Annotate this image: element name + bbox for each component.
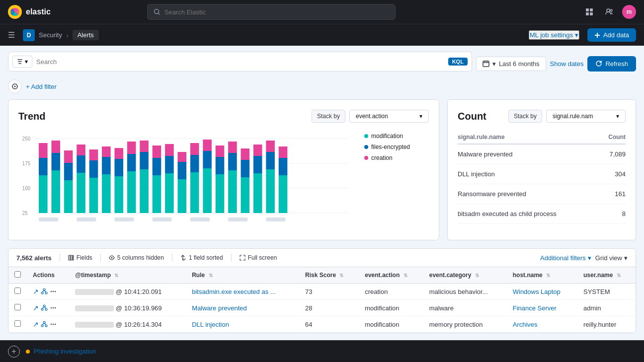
table-row: ↗ ██████████ <box>8 300 636 316</box>
count-stack-by-select[interactable]: signal.rule.nam ▾ <box>546 110 626 123</box>
svg-rect-51 <box>127 171 136 213</box>
host-name-link[interactable]: Archives <box>513 321 538 328</box>
search-filter-input[interactable] <box>36 58 444 66</box>
breadcrumb-alerts[interactable]: Alerts <box>73 30 99 40</box>
table-header-hostname[interactable]: host.name ⇅ <box>507 267 577 284</box>
table-header-rule[interactable]: Rule ⇅ <box>186 267 299 284</box>
svg-rect-54 <box>140 169 149 213</box>
expand-icon[interactable]: ↗ <box>33 304 39 312</box>
fields-button[interactable]: Fields <box>68 254 92 261</box>
svg-rect-16 <box>18 63 21 64</box>
global-search-bar[interactable] <box>147 4 396 20</box>
svg-rect-41 <box>77 145 85 155</box>
toolbar-sep-3 <box>172 254 172 262</box>
filter-type-button[interactable]: ▾ <box>12 56 32 68</box>
hamburger-menu[interactable]: ☰ <box>8 30 15 40</box>
svg-rect-70 <box>203 151 212 168</box>
network-icon[interactable] <box>41 288 48 295</box>
ml-job-settings-button[interactable]: ML job settings ▾ <box>529 30 579 40</box>
svg-rect-72 <box>216 174 225 213</box>
date-range-label: Last 6 months <box>499 60 540 68</box>
timestamp-blur: ██████████ <box>75 322 114 328</box>
timestamp-time: @ 10:41:20.091 <box>116 288 162 295</box>
global-search-input[interactable] <box>164 8 389 16</box>
case-link[interactable]: Phishing investigation <box>34 348 96 355</box>
filter-settings-button[interactable] <box>8 79 22 93</box>
svg-rect-35 <box>51 141 60 153</box>
row-event-category: malicious behavior... <box>423 284 507 300</box>
svg-point-108 <box>55 291 56 292</box>
date-range-button[interactable]: ▾ Last 6 months <box>476 57 546 71</box>
svg-rect-78 <box>241 177 250 213</box>
svg-point-111 <box>45 308 47 310</box>
svg-rect-50 <box>114 148 123 159</box>
show-dates-button[interactable]: Show dates <box>550 60 584 68</box>
trend-panel: Trend Stack by event.action ▾ 250 175 10… <box>8 99 439 240</box>
svg-rect-90 <box>39 217 58 221</box>
network-icon[interactable] <box>41 321 48 328</box>
grid-icon-btn[interactable] <box>582 5 596 19</box>
network-icon[interactable] <box>41 304 48 311</box>
row-event-category: malware <box>423 300 507 316</box>
row-timestamp: ██████████ @ 10:41:20.091 <box>69 284 186 300</box>
svg-line-120 <box>42 323 44 325</box>
add-filter-button[interactable]: + Add filter <box>26 83 57 90</box>
breadcrumb-security[interactable]: Security <box>39 31 62 39</box>
row-risk-score: 28 <box>299 300 359 316</box>
more-icon[interactable] <box>50 288 57 295</box>
svg-rect-32 <box>39 143 48 158</box>
row-checkbox[interactable] <box>14 320 21 327</box>
elastic-logo[interactable]: elastic <box>8 5 51 19</box>
refresh-button[interactable]: Refresh <box>587 56 636 72</box>
table-header-eventcategory[interactable]: event.category ⇅ <box>423 267 507 284</box>
svg-rect-33 <box>51 170 60 213</box>
svg-rect-37 <box>64 163 73 180</box>
rule-link[interactable]: bitsadmin.exe executed as ... <box>192 288 275 295</box>
table-header-checkbox <box>8 267 27 284</box>
svg-rect-94 <box>190 217 210 221</box>
sort-icon: ⇅ <box>114 273 118 278</box>
table-header-username[interactable]: user.name ⇅ <box>577 267 636 284</box>
columns-hidden-button[interactable]: 5 columns hidden <box>109 254 164 261</box>
avatar[interactable]: m <box>622 5 636 19</box>
expand-icon[interactable]: ↗ <box>33 320 39 328</box>
nav-icons-group: m <box>582 5 636 19</box>
row-checkbox[interactable] <box>14 288 21 294</box>
timestamp-time: @ 10:26:14.304 <box>116 321 162 328</box>
count-col-name: signal.rule.name <box>458 131 601 144</box>
row-user-name: reilly.hunter <box>577 316 636 333</box>
more-icon[interactable] <box>50 304 57 311</box>
svg-line-105 <box>44 290 46 292</box>
grid-view-button[interactable]: Grid view ▾ <box>595 254 628 262</box>
svg-rect-73 <box>216 157 225 174</box>
trend-stack-by-control: Stack by event.action ▾ <box>312 110 429 123</box>
svg-rect-52 <box>127 154 136 171</box>
row-risk-score: 73 <box>299 284 359 300</box>
more-icon[interactable] <box>50 321 57 328</box>
row-checkbox[interactable] <box>14 304 21 310</box>
add-data-button[interactable]: Add data <box>587 28 636 42</box>
svg-rect-49 <box>114 159 123 176</box>
svg-point-123 <box>53 324 54 325</box>
table-header-risk-score[interactable]: Risk Score ⇅ <box>299 267 359 284</box>
table-header-timestamp[interactable]: @timestamp ⇅ <box>69 267 186 284</box>
svg-rect-43 <box>89 160 98 178</box>
host-name-link[interactable]: Windows Laptop <box>513 288 561 295</box>
svg-line-121 <box>44 323 46 325</box>
host-name-link[interactable]: Finance Server <box>513 304 557 312</box>
rule-link[interactable]: DLL injection <box>192 321 229 328</box>
trend-stack-by-select[interactable]: event.action ▾ <box>349 110 429 123</box>
full-screen-button[interactable]: Full screen <box>240 254 277 261</box>
svg-rect-74 <box>216 145 225 157</box>
svg-rect-83 <box>253 145 262 156</box>
add-case-button[interactable]: + <box>8 346 20 358</box>
field-sorted-button[interactable]: 1 field sorted <box>180 254 223 261</box>
row-actions-cell: ↗ <box>27 300 69 316</box>
select-all-checkbox[interactable] <box>14 271 21 278</box>
people-icon-btn[interactable] <box>602 5 616 19</box>
table-header-eventaction[interactable]: event.action ⇅ <box>359 267 423 284</box>
additional-filters-button[interactable]: Additional filters ▾ <box>540 254 591 262</box>
rule-link[interactable]: Malware prevented <box>192 304 247 312</box>
expand-icon[interactable]: ↗ <box>33 288 39 295</box>
svg-point-106 <box>51 291 52 292</box>
